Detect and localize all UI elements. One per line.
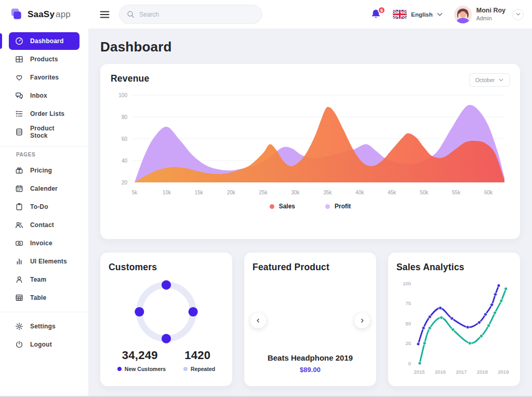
svg-text:2019: 2019 (498, 369, 509, 375)
sidebar-item-team[interactable]: Team (9, 271, 79, 288)
sidebar-item-inbox[interactable]: Inbox (9, 87, 79, 104)
sidebar-divider (0, 146, 88, 147)
user-name: Moni Roy (476, 7, 506, 15)
app-logo[interactable]: SaaSyapp (0, 7, 88, 21)
bar-chart-icon (15, 257, 23, 266)
sidebar-item-label: Logout (30, 341, 52, 348)
svg-text:15k: 15k (195, 190, 204, 195)
carousel-next-button[interactable] (354, 313, 370, 328)
logo-icon (9, 7, 23, 21)
sales-analytics-title: Sales Analytics (396, 262, 512, 273)
brand-bold: SaaSy (28, 9, 55, 19)
revenue-card: Revenue October 100806040205k10k15k20k25… (100, 64, 520, 239)
gear-icon (15, 322, 23, 330)
user-menu-caret[interactable] (512, 9, 524, 20)
products-icon (15, 55, 23, 63)
sidebar: Dashboard Products Favorites Inbox (0, 29, 88, 397)
featured-product-title: Featured Product (252, 262, 368, 273)
sidebar-item-label: To-Do (30, 203, 48, 210)
chat-icon (15, 91, 23, 100)
svg-text:10k: 10k (163, 190, 171, 195)
menu-toggle-button[interactable] (100, 10, 110, 19)
legend-label: Profit (335, 203, 351, 210)
search-icon (127, 10, 135, 18)
svg-text:60: 60 (122, 136, 128, 142)
svg-text:55k: 55k (452, 190, 461, 195)
svg-text:2018: 2018 (477, 369, 488, 375)
svg-text:25: 25 (405, 340, 411, 346)
sales-analytics-card: Sales Analytics 100755025020152016201720… (388, 253, 520, 386)
new-customers-value: 34,249 (122, 349, 158, 362)
sidebar-item-ui-elements[interactable]: UI Elements (9, 253, 79, 270)
table-icon (15, 294, 23, 302)
sales-legend-dot (270, 204, 274, 209)
sidebar-item-label: Table (30, 294, 46, 301)
svg-text:30k: 30k (291, 190, 300, 195)
sidebar-item-label: UI Elements (30, 258, 67, 265)
customers-card: Customers 34,249 1420 New Customers Repe… (100, 253, 232, 386)
svg-text:100: 100 (118, 92, 127, 98)
sidebar-item-calender[interactable]: Calender (9, 180, 79, 197)
svg-text:35k: 35k (323, 190, 332, 195)
revenue-title: Revenue (111, 73, 149, 84)
calendar-icon (15, 184, 23, 193)
legend-item-new-customers: New Customers (117, 366, 166, 372)
sidebar-item-dashboard[interactable]: Dashboard (9, 32, 79, 50)
sidebar-item-label: Pricing (30, 167, 52, 174)
sidebar-item-label: Team (30, 276, 46, 283)
topbar: SaaSyapp 6 (0, 0, 532, 29)
period-value: October (475, 77, 495, 83)
svg-text:40k: 40k (355, 190, 364, 195)
legend-label: New Customers (125, 366, 166, 372)
sales-analytics-chart: 100755025020152016201720182019 (396, 276, 516, 379)
person-icon (15, 275, 23, 284)
sidebar-item-order-lists[interactable]: Order Lists (9, 105, 79, 123)
sidebar-item-pricing[interactable]: Pricing (9, 162, 79, 179)
user-menu[interactable]: Moni Roy Admin (454, 6, 524, 23)
chevron-down-icon (499, 78, 503, 82)
sidebar-item-contact[interactable]: Contact (9, 216, 79, 234)
search-input[interactable] (139, 11, 243, 18)
product-name: Beats Headphone 2019 (244, 353, 376, 362)
money-icon (15, 239, 23, 247)
sidebar-item-table[interactable]: Table (9, 289, 79, 307)
sidebar-item-todo[interactable]: To-Do (9, 198, 79, 216)
gift-icon (15, 166, 23, 175)
power-icon (15, 340, 23, 349)
sidebar-item-label: Products (30, 56, 58, 63)
chevron-down-icon (437, 12, 443, 17)
page-title: Dashboard (100, 39, 520, 55)
svg-text:5k: 5k (132, 190, 138, 195)
svg-text:50: 50 (405, 321, 411, 326)
svg-text:50k: 50k (420, 190, 429, 195)
featured-product-card: Featured Product Beats Headphone 2019 $8… (244, 253, 376, 386)
sidebar-divider (0, 312, 88, 312)
svg-text:45k: 45k (388, 190, 396, 195)
pages-section-label: PAGES (16, 152, 88, 157)
customers-title: Customers (109, 262, 224, 273)
sidebar-item-products[interactable]: Products (9, 50, 79, 68)
legend-item-repeated: Repeated (183, 366, 215, 372)
language-selector[interactable]: English (393, 10, 443, 19)
notifications-button[interactable]: 6 (370, 9, 381, 20)
sidebar-item-favorites[interactable]: Favorites (9, 69, 79, 86)
sidebar-item-label: Contact (30, 221, 54, 229)
clipboard-icon (15, 203, 23, 211)
sidebar-item-settings[interactable]: Settings (9, 317, 79, 335)
stock-icon (15, 128, 23, 136)
svg-text:100: 100 (403, 281, 411, 286)
sidebar-item-product-stock[interactable]: Product Stock (9, 123, 79, 141)
revenue-chart: 100806040205k10k15k20k25k30k35k40k45k50k… (111, 89, 510, 201)
avatar (454, 6, 472, 23)
period-dropdown[interactable]: October (469, 73, 510, 87)
user-role: Admin (476, 15, 506, 22)
sidebar-item-label: Invoice (30, 240, 52, 247)
svg-text:40: 40 (122, 158, 128, 164)
repeated-value: 1420 (184, 349, 210, 362)
sidebar-item-label: Order Lists (30, 110, 64, 117)
carousel-prev-button[interactable] (250, 313, 266, 328)
repeated-dot (183, 367, 188, 371)
legend-label: Repeated (191, 366, 215, 372)
sidebar-item-logout[interactable]: Logout (9, 336, 79, 353)
sidebar-item-invoice[interactable]: Invoice (9, 234, 79, 252)
